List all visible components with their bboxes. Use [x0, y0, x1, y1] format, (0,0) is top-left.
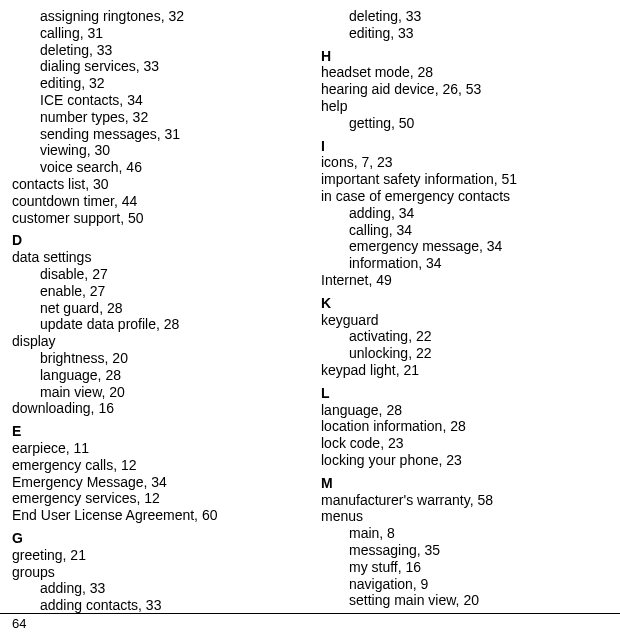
index-subentry: editing, 32: [12, 75, 301, 92]
index-entry: hearing aid device, 26, 53: [321, 81, 610, 98]
index-subentry: adding, 33: [12, 580, 301, 597]
index-heading: groups: [12, 564, 301, 581]
index-subentry: assigning ringtones, 32: [12, 8, 301, 25]
index-entry: End User License Agreement, 60: [12, 507, 301, 524]
index-subentry: adding, 34: [321, 205, 610, 222]
section-letter: L: [321, 385, 610, 402]
index-subentry: voice search, 46: [12, 159, 301, 176]
index-entry: lock code, 23: [321, 435, 610, 452]
index-entry: locking your phone, 23: [321, 452, 610, 469]
index-heading: menus: [321, 508, 610, 525]
index-entry: Internet, 49: [321, 272, 610, 289]
index-subentry: main view, 20: [12, 384, 301, 401]
index-entry: Emergency Message, 34: [12, 474, 301, 491]
page-number: 64: [12, 616, 26, 631]
index-subentry: brightness, 20: [12, 350, 301, 367]
index-subentry: update data profile, 28: [12, 316, 301, 333]
index-subentry: sending messages, 31: [12, 126, 301, 143]
section-letter: E: [12, 423, 301, 440]
left-column: assigning ringtones, 32calling, 31deleti…: [12, 8, 301, 610]
index-entry: emergency calls, 12: [12, 457, 301, 474]
index-subentry: dialing services, 33: [12, 58, 301, 75]
index-heading: data settings: [12, 249, 301, 266]
index-heading: in case of emergency contacts: [321, 188, 610, 205]
index-entry: emergency services, 12: [12, 490, 301, 507]
index-subentry: enable, 27: [12, 283, 301, 300]
index-subentry: disable, 27: [12, 266, 301, 283]
index-entry: headset mode, 28: [321, 64, 610, 81]
index-subentry: number types, 32: [12, 109, 301, 126]
index-subentry: viewing, 30: [12, 142, 301, 159]
index-subentry: ICE contacts, 34: [12, 92, 301, 109]
index-subentry: adding contacts, 33: [12, 597, 301, 614]
section-letter: M: [321, 475, 610, 492]
index-entry: icons, 7, 23: [321, 154, 610, 171]
index-entry: location information, 28: [321, 418, 610, 435]
index-heading: display: [12, 333, 301, 350]
index-entry: manufacturer's warranty, 58: [321, 492, 610, 509]
index-subentry: getting, 50: [321, 115, 610, 132]
index-subentry: messaging, 35: [321, 542, 610, 559]
index-subentry: main, 8: [321, 525, 610, 542]
page-footer: 64: [0, 613, 620, 631]
index-subentry: calling, 31: [12, 25, 301, 42]
index-subentry: my stuff, 16: [321, 559, 610, 576]
section-letter: K: [321, 295, 610, 312]
index-subentry: emergency message, 34: [321, 238, 610, 255]
index-subentry: navigation, 9: [321, 576, 610, 593]
index-subentry: unlocking, 22: [321, 345, 610, 362]
index-subentry: language, 28: [12, 367, 301, 384]
index-subentry: net guard, 28: [12, 300, 301, 317]
index-entry: customer support, 50: [12, 210, 301, 227]
index-subentry: deleting, 33: [12, 42, 301, 59]
index-page: assigning ringtones, 32calling, 31deleti…: [0, 0, 620, 610]
index-entry: earpiece, 11: [12, 440, 301, 457]
index-entry: contacts list, 30: [12, 176, 301, 193]
index-entry: downloading, 16: [12, 400, 301, 417]
section-letter: I: [321, 138, 610, 155]
section-letter: G: [12, 530, 301, 547]
index-entry: greeting, 21: [12, 547, 301, 564]
index-subentry: information, 34: [321, 255, 610, 272]
index-subentry: editing, 33: [321, 25, 610, 42]
index-entry: countdown timer, 44: [12, 193, 301, 210]
index-entry: keypad light, 21: [321, 362, 610, 379]
index-subentry: activating, 22: [321, 328, 610, 345]
index-entry: important safety information, 51: [321, 171, 610, 188]
index-subentry: deleting, 33: [321, 8, 610, 25]
index-heading: keyguard: [321, 312, 610, 329]
index-subentry: setting main view, 20: [321, 592, 610, 609]
index-entry: language, 28: [321, 402, 610, 419]
right-column: deleting, 33editing, 33Hheadset mode, 28…: [321, 8, 610, 610]
index-subentry: calling, 34: [321, 222, 610, 239]
index-heading: help: [321, 98, 610, 115]
section-letter: H: [321, 48, 610, 65]
section-letter: D: [12, 232, 301, 249]
